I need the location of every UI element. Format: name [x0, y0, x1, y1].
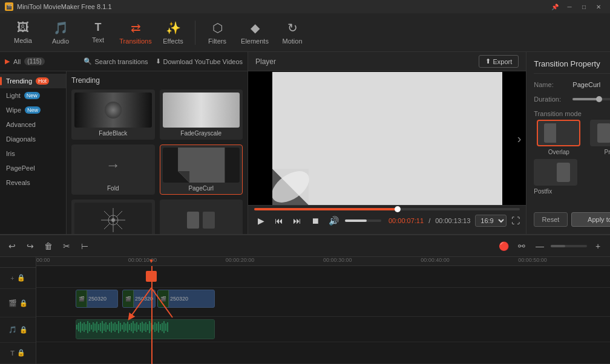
duration-slider[interactable] [572, 98, 610, 100]
track-controls-4: T 🔒 [0, 343, 36, 364]
ruler-mark-2: 00:00:20:00 [226, 257, 255, 263]
prev-button[interactable]: ⏮ [272, 214, 286, 227]
tool-audio[interactable]: 🎵 Audio [42, 16, 79, 50]
video-track-lock2-icon[interactable]: 🔒 [19, 299, 28, 307]
minimize-button[interactable]: ─ [563, 2, 576, 11]
zoom-out-button[interactable]: — [533, 239, 547, 253]
svg-rect-43 [116, 324, 117, 330]
player-title: Player [255, 57, 276, 66]
tool-media-label: Media [14, 37, 32, 44]
svg-rect-48 [125, 323, 126, 331]
fullscreen-button[interactable]: ⛶ [511, 216, 520, 226]
category-advanced[interactable]: Advanced [0, 117, 66, 132]
stop-button[interactable]: ⏹ [309, 214, 322, 227]
tool-filters[interactable]: ⬡ Filters [199, 16, 235, 50]
mode-postfix[interactable]: Postfix [534, 159, 610, 195]
tool-media[interactable]: 🖼 Media [5, 16, 41, 50]
export-button[interactable]: ⬆ Export [479, 55, 519, 68]
snap-button[interactable]: ⚯ [514, 239, 529, 253]
mode-section: Transition mode Overlap [534, 110, 610, 195]
tool-text[interactable]: T Text [80, 16, 116, 50]
mode-prefix[interactable]: Prefix [587, 120, 610, 155]
volume-button[interactable]: 🔊 [327, 214, 340, 227]
reset-button[interactable]: Reset [534, 212, 567, 227]
aspect-ratio-select[interactable]: 16:9 4:3 9:16 [475, 215, 507, 227]
waveform-svg [76, 320, 214, 339]
tool-transitions[interactable]: ⇄ Transitions [117, 16, 154, 50]
tool-effects[interactable]: ✨ Effects [155, 16, 191, 50]
zoom-slider[interactable] [551, 245, 587, 247]
mode-overlap[interactable]: Overlap [534, 120, 583, 155]
zoom-fill [551, 245, 565, 247]
transition-property-title: Transition Property [534, 59, 610, 74]
undo-button[interactable]: ↩ [5, 239, 19, 253]
zoom-in-button[interactable]: + [591, 239, 605, 253]
category-reveals[interactable]: Reveals [0, 175, 66, 190]
category-wipe[interactable]: Wipe New [0, 103, 66, 117]
title-track-lock-icon[interactable]: 🔒 [17, 349, 25, 357]
video-track-add-icon[interactable]: + [10, 275, 14, 282]
duration-thumb [596, 96, 602, 102]
all-label: All [13, 58, 21, 65]
svg-rect-23 [80, 322, 81, 333]
delete-button[interactable]: 🗑 [41, 239, 56, 253]
fadegrayscale-label: FadeGrayscale [180, 130, 221, 137]
window-controls: 📌 ─ □ ✕ [548, 2, 605, 11]
video-track-lock-icon[interactable]: 🔒 [17, 274, 25, 282]
fold-label: Fold [107, 185, 119, 192]
prefix-label: Prefix [605, 149, 610, 155]
audio-track-icon: 🎵 [8, 326, 17, 334]
svg-rect-66 [158, 322, 159, 333]
transition-fold[interactable]: → Fold [71, 145, 155, 195]
title-track-icon: T [10, 349, 15, 357]
transition-fadeblack[interactable]: FadeBlack [71, 89, 155, 140]
tool-elements[interactable]: ◆ Elements [237, 16, 273, 50]
svg-rect-30 [93, 322, 94, 332]
pin-button[interactable]: 📌 [548, 2, 562, 11]
search-transitions-button[interactable]: 🔍 Search transitions [84, 57, 148, 65]
volume-slider[interactable] [345, 219, 381, 222]
play-button[interactable]: ▶ [254, 214, 267, 227]
transition-crosszoom[interactable]: CrossZoom [71, 200, 155, 234]
video-clip-3[interactable]: 🎬 250320 [157, 290, 215, 308]
title-bar-left: 🎬 MiniTool MovieMaker Free 8.1.1 [5, 2, 112, 11]
progress-bar[interactable] [254, 208, 520, 210]
transitions-grid: Trending FadeBlack [67, 71, 248, 234]
mode-title: Transition mode [534, 110, 610, 117]
category-iris-label: Iris [6, 150, 15, 157]
media-icon: 🖼 [17, 21, 29, 34]
audio-track-lock-icon[interactable]: 🔒 [19, 326, 28, 334]
download-icon: ⬇ [156, 57, 161, 65]
category-light[interactable]: Light New [0, 88, 66, 103]
magnetic-button[interactable]: 🔴 [496, 239, 511, 253]
svg-rect-27 [87, 321, 88, 333]
tool-motion[interactable]: ↻ Motion [274, 16, 310, 50]
svg-rect-51 [131, 323, 132, 331]
video-clip-2[interactable]: 🎬 250320 [122, 290, 156, 308]
category-trending[interactable]: Trending Hot [0, 74, 66, 88]
maximize-button[interactable]: □ [577, 2, 591, 11]
redo-button[interactable]: ↪ [23, 239, 38, 253]
split-button[interactable]: ⊢ [77, 239, 92, 253]
audio-clip[interactable] [76, 319, 215, 339]
download-youtube-button[interactable]: ⬇ Download YouTube Videos [156, 57, 243, 65]
time-total: 00:00:13:13 [435, 217, 470, 224]
volume-fill [345, 219, 367, 222]
title-bar: 🎬 MiniTool MovieMaker Free 8.1.1 📌 ─ □ ✕ [0, 0, 610, 13]
category-diagonals[interactable]: Diagonals [0, 132, 66, 146]
apply-to-all-button[interactable]: Apply to all [571, 212, 610, 227]
category-iris[interactable]: Iris [0, 146, 66, 161]
svg-rect-24 [82, 323, 83, 331]
transition-pagecurl[interactable]: PageCurl [160, 145, 243, 195]
transition-swap[interactable]: Swap [160, 200, 243, 234]
close-button[interactable]: ✕ [592, 2, 605, 11]
svg-rect-28 [89, 323, 90, 331]
svg-rect-60 [147, 324, 148, 330]
svg-rect-32 [96, 322, 97, 333]
transition-fadegrayscale[interactable]: FadeGrayscale [160, 89, 243, 140]
next-button[interactable]: ⏭ [290, 214, 304, 227]
video-clip-1[interactable]: 🎬 250320 [76, 290, 118, 308]
category-pagepeel[interactable]: PagePeel [0, 161, 66, 175]
cut-button[interactable]: ✂ [59, 239, 74, 253]
player-next-arrow[interactable]: › [517, 131, 522, 145]
